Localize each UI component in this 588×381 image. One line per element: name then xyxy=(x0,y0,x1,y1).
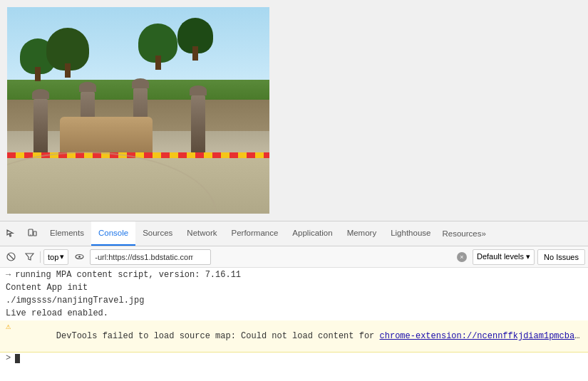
tab-application[interactable]: Application xyxy=(285,221,339,246)
webpage-image xyxy=(7,7,269,214)
tab-lighthouse[interactable]: Lighthouse xyxy=(383,221,438,246)
console-line: running MPA content script, version: 7.1… xyxy=(0,269,588,282)
eye-icon[interactable] xyxy=(71,249,87,265)
tab-console[interactable]: Console xyxy=(91,221,135,246)
clear-console-icon[interactable] xyxy=(3,249,19,265)
toolbar-divider-1 xyxy=(40,251,41,263)
filter-input[interactable] xyxy=(90,249,211,265)
console-output[interactable]: running MPA content script, version: 7.1… xyxy=(0,268,588,381)
context-selector[interactable]: top ▾ xyxy=(43,249,68,265)
tab-more[interactable]: Resources» xyxy=(438,221,490,246)
devtools-panel: Elements Console Sources Network Perform… xyxy=(0,221,588,381)
filter-wrap: × xyxy=(90,249,470,265)
tab-performance[interactable]: Performance xyxy=(225,221,286,246)
filter-clear-button[interactable]: × xyxy=(457,252,467,262)
tab-elements[interactable]: Elements xyxy=(43,221,91,246)
tab-network[interactable]: Network xyxy=(180,221,224,246)
console-line: Live reload enabled. xyxy=(0,308,588,320)
no-issues-button[interactable]: No Issues xyxy=(537,249,585,265)
tab-sources[interactable]: Sources xyxy=(135,221,180,246)
device-toolbar-icon[interactable] xyxy=(21,221,43,246)
svg-point-2 xyxy=(30,234,31,236)
svg-rect-1 xyxy=(33,231,36,236)
filter-icon[interactable] xyxy=(21,249,37,265)
browser-content-area xyxy=(0,0,588,221)
console-line: ./imgssss/nanjingTravel.jpg xyxy=(0,295,588,308)
console-warning-line: DevTools failed to load source map: Coul… xyxy=(0,320,588,353)
log-level-dropdown[interactable]: Default levels ▾ xyxy=(473,249,535,265)
console-toolbar: top ▾ × Default levels ▾ No Issues xyxy=(0,246,588,268)
svg-line-4 xyxy=(9,254,14,259)
svg-point-6 xyxy=(78,256,81,258)
tab-memory[interactable]: Memory xyxy=(340,221,384,246)
console-line: Content App init xyxy=(0,282,588,295)
console-input-line[interactable] xyxy=(0,353,588,365)
inspect-element-icon[interactable] xyxy=(0,221,21,246)
devtools-tab-bar: Elements Console Sources Network Perform… xyxy=(0,221,588,246)
console-link[interactable]: chrome-extension://ncennffkjdiam1pmcbajk… xyxy=(380,331,582,341)
